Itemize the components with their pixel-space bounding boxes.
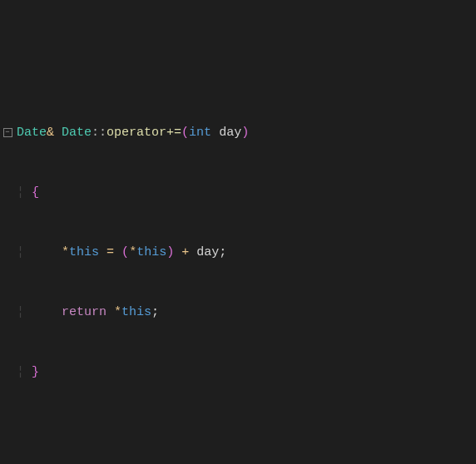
fold-gutter[interactable]: − [0, 123, 15, 137]
code-line: ¦ *this = (*this) + day; [0, 243, 476, 263]
code-line: ¦ } [0, 363, 476, 383]
code-text: Date& Date::operator+=(int day) [15, 123, 249, 143]
fold-toggle-icon[interactable]: − [3, 128, 12, 137]
code-line: ¦ { [0, 183, 476, 203]
code-line [0, 422, 476, 442]
code-line: −Date& Date::operator+=(int day) [0, 123, 476, 143]
code-editor[interactable]: −Date& Date::operator+=(int day) ¦ { ¦ *… [0, 80, 476, 464]
code-line: ¦ return *this; [0, 303, 476, 323]
